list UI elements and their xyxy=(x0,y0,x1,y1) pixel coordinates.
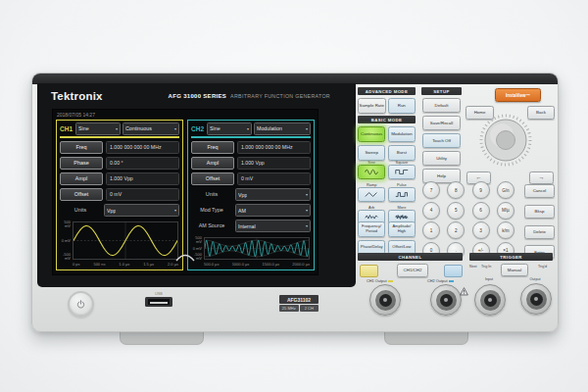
ch2-ampl-row: Ampl1.000 Vpp xyxy=(191,157,311,170)
ch1-waveform-dropdown[interactable]: Sine▾ xyxy=(75,122,121,135)
ch1-color-chip xyxy=(388,280,393,282)
ch2-mod-type-dropdown[interactable]: AM▾ xyxy=(235,204,311,217)
sample-rate-button[interactable]: Sample Rate xyxy=(358,98,386,114)
ch1-output-bnc xyxy=(369,284,401,316)
key-3[interactable]: 3 xyxy=(472,221,490,239)
basic-mode-buttons: ContinuousModulationSweepBurst xyxy=(358,126,416,161)
key-5[interactable]: 5 xyxy=(447,202,465,220)
continuous-button[interactable]: Continuous xyxy=(358,126,385,142)
key-8[interactable]: 8 xyxy=(447,181,465,199)
key-4[interactable]: 4 xyxy=(422,202,440,220)
dropdown-arrow-icon: ▾ xyxy=(247,126,249,131)
power-button[interactable] xyxy=(68,291,94,318)
touch-off-button[interactable]: Touch Off xyxy=(422,133,461,148)
sweep-button[interactable]: Sweep xyxy=(358,145,385,161)
ch2-ampl-button[interactable]: Ampl xyxy=(191,157,234,170)
ch1-waveform-preview[interactable]: 500 mV0 mV-500 mV0 ps500 ns1.0 µs1.5 µs2… xyxy=(60,220,179,267)
default-button[interactable]: Default xyxy=(422,98,461,113)
pulse-button[interactable] xyxy=(388,187,416,202)
ch1-units-dropdown[interactable]: Vpp▾ xyxy=(104,204,179,217)
key-6[interactable]: 6 xyxy=(472,202,490,220)
ch1-offset-button[interactable]: Offset xyxy=(60,188,103,201)
frequency-period-button[interactable]: Frequency/​Period xyxy=(358,221,385,237)
square-icon xyxy=(395,169,409,175)
ch2-header: CH2Sine▾Modulation▾ xyxy=(191,122,311,134)
keypad-action-buttons: CancelBkspDeleteEnter xyxy=(524,184,555,259)
square-button[interactable] xyxy=(388,165,416,179)
trigger-output-bnc xyxy=(520,283,552,315)
key-g-n[interactable]: G/n xyxy=(497,181,514,199)
usb-connector xyxy=(145,297,172,307)
utility-button[interactable]: Utility xyxy=(422,151,461,166)
instaview-button[interactable]: InstaView™ xyxy=(495,88,541,102)
cursor-right-button[interactable]: → xyxy=(529,172,554,184)
ch2-freq-value[interactable]: 1.000 000 000 00 MHz xyxy=(237,141,311,154)
key-1[interactable]: 1 xyxy=(422,221,440,239)
burst-button[interactable]: Burst xyxy=(388,145,416,161)
amplitude-high-button[interactable]: Amplitude/​High xyxy=(388,221,416,237)
ch2-plot-area xyxy=(204,237,310,260)
ch2-offset-value[interactable]: 0 mV xyxy=(237,172,311,185)
numeric-keypad: 789G/n456M/µ123k/m0.+/-×1 xyxy=(422,181,513,260)
sine-button[interactable] xyxy=(358,165,385,179)
cancel-button[interactable]: Cancel xyxy=(524,184,555,198)
key-2[interactable]: 2 xyxy=(447,221,465,239)
x-axis-tick: 2000.0 µs xyxy=(292,262,310,267)
channel-section-header: CHANNEL xyxy=(358,253,463,261)
key-9[interactable]: 9 xyxy=(472,181,490,199)
ch1-mode-dropdown[interactable]: Continuous▾ xyxy=(122,122,179,135)
x-axis-tick: 1000.0 µs xyxy=(232,262,250,267)
ch2-am-source-dropdown[interactable]: Internal▾ xyxy=(235,220,311,232)
ch2-label: CH2 xyxy=(191,125,205,132)
model-badge: AFG31102 25 MHz2 CH xyxy=(279,295,318,312)
save-recall-button[interactable]: Save/Recall xyxy=(422,116,461,130)
bksp-button[interactable]: Bksp xyxy=(524,205,555,219)
swipe-handle-icon[interactable] xyxy=(174,253,196,262)
noise-icon xyxy=(395,214,409,220)
ch1-ch2-switch-button[interactable]: CH1/CH2 xyxy=(397,264,428,277)
ch1-ampl-button[interactable]: Ampl xyxy=(60,172,103,185)
ch2-output-label: CH2 Output xyxy=(418,278,463,283)
key-k-m[interactable]: k/m xyxy=(497,221,514,239)
ch1-label: CH1 xyxy=(60,125,74,132)
key-m-micro[interactable]: M/µ xyxy=(497,202,514,220)
ch2-ampl-value[interactable]: 1.000 Vpp xyxy=(237,157,311,170)
ch2-waveform-preview[interactable]: 500 mV0 mV-500 mV500.0 µs1000.0 µs1500.0… xyxy=(191,236,311,267)
ch2-output-bnc xyxy=(430,284,462,316)
modulation-button[interactable]: Modulation xyxy=(388,126,416,142)
warning-icon xyxy=(460,287,468,296)
ch1-on-button[interactable] xyxy=(360,265,378,277)
dropdown-arrow-icon: ▾ xyxy=(306,126,308,131)
touchscreen[interactable]: 2018/07/05 14:27 CH1Sine▾Continuous▾Freq… xyxy=(52,109,318,275)
ch2-offset-button[interactable]: Offset xyxy=(191,172,234,185)
ch1-freq-row: Freq1.000 000 000 00 MHz xyxy=(60,141,179,154)
x-axis-tick: 2.0 µs xyxy=(168,262,178,267)
ch2-units-dropdown[interactable]: Vpp▾ xyxy=(235,188,311,201)
ch2-freq-button[interactable]: Freq xyxy=(191,141,234,154)
run-button[interactable]: Run xyxy=(388,98,416,114)
ch1-ampl-value[interactable]: 1.000 Vpp xyxy=(106,172,179,185)
badge-spec: 2 CH xyxy=(300,305,319,312)
ch2-waveform-dropdown[interactable]: Sine▾ xyxy=(207,122,252,135)
ch2-units-label: Units xyxy=(191,188,232,201)
channel-panel-ch2: CH2Sine▾Modulation▾Freq1.000 000 000 00 … xyxy=(187,120,315,270)
delete-button[interactable]: Delete xyxy=(524,225,555,239)
ch1-accent-line xyxy=(60,136,179,138)
ch2-on-button[interactable] xyxy=(444,265,463,277)
channel-panel-ch1: CH1Sine▾Continuous▾Freq1.000 000 000 00 … xyxy=(56,120,183,270)
ch1-phase-value[interactable]: 0.00 ° xyxy=(106,157,179,170)
ramp-button[interactable] xyxy=(358,187,385,202)
dropdown-arrow-icon: ▾ xyxy=(116,126,118,131)
ch1-freq-value[interactable]: 1.000 000 000 00 MHz xyxy=(106,141,179,154)
ch2-mode-dropdown[interactable]: Modulation▾ xyxy=(254,122,311,135)
ch1-phase-button[interactable]: Phase xyxy=(60,157,103,170)
ch1-freq-button[interactable]: Freq xyxy=(60,141,103,154)
ramp-icon xyxy=(365,191,378,198)
setup-buttons: DefaultSave/RecallTouch OffUtilityHelp xyxy=(422,98,461,183)
rotary-knob[interactable] xyxy=(478,113,533,168)
front-panel-controls: ADVANCED MODE Sample RateRun SETUP Defau… xyxy=(358,85,553,326)
y-axis-tick: 500 mV xyxy=(191,236,202,244)
key-7[interactable]: 7 xyxy=(422,181,440,199)
manual-trigger-button[interactable]: Manual xyxy=(501,264,528,276)
ch1-offset-value[interactable]: 0 mV xyxy=(106,188,179,201)
